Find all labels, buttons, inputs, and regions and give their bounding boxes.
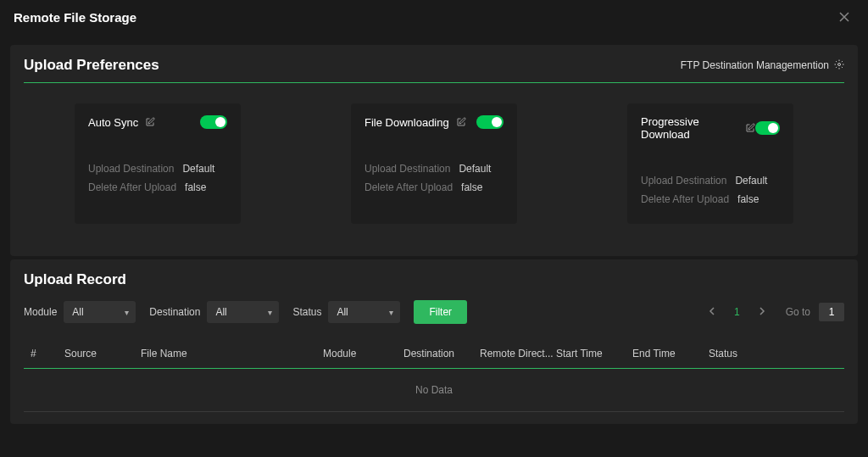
upload-destination-value: Default [735, 175, 767, 187]
record-title: Upload Record [24, 271, 844, 288]
edit-icon[interactable] [456, 117, 466, 127]
chevron-down-icon: ▾ [389, 308, 393, 317]
next-page-icon[interactable] [754, 306, 771, 318]
card-row: Upload Destination Default [641, 175, 780, 187]
card-row: Upload Destination Default [364, 163, 504, 175]
col-source: Source [64, 348, 141, 359]
card-row: Delete After Upload false [641, 193, 780, 205]
status-label: Status [292, 306, 321, 318]
preferences-title: Upload Preferences [24, 57, 159, 74]
delete-after-upload-label: Delete After Upload [364, 181, 453, 193]
toggle-switch[interactable] [476, 115, 504, 129]
col-module: Module [323, 348, 403, 359]
upload-destination-value: Default [459, 163, 491, 175]
page-number[interactable]: 1 [729, 306, 745, 318]
card-header: Auto Sync [88, 115, 227, 129]
col-num: # [31, 348, 64, 359]
upload-destination-label: Upload Destination [88, 163, 174, 175]
card-row: Delete After Upload false [364, 181, 504, 193]
card-title-wrap: Auto Sync [88, 116, 155, 129]
card-title: File Downloading [364, 116, 449, 129]
status-select[interactable]: All ▾ [328, 301, 400, 323]
delete-after-upload-value: false [737, 193, 759, 205]
link-text: FTP Destination Managemention [681, 59, 829, 71]
svg-point-0 [838, 63, 841, 65]
card-auto-sync: Auto Sync Upload Destination Default Del… [75, 103, 241, 224]
col-status: Status [709, 348, 776, 359]
close-icon[interactable] [834, 7, 854, 28]
delete-after-upload-label: Delete After Upload [641, 193, 729, 205]
card-title: Progressive Download [641, 115, 738, 141]
card-header: File Downloading [364, 115, 504, 129]
col-file-name: File Name [141, 348, 323, 359]
card-title: Auto Sync [88, 116, 138, 129]
record-table: # Source File Name Module Destination Re… [24, 339, 844, 412]
upload-destination-label: Upload Destination [364, 163, 450, 175]
card-row: Delete After Upload false [88, 181, 227, 193]
upload-destination-value: Default [182, 163, 214, 175]
card-title-wrap: File Downloading [364, 116, 466, 129]
card-header: Progressive Download [641, 115, 780, 141]
prev-page-icon[interactable] [704, 306, 721, 318]
card-title-wrap: Progressive Download [641, 115, 755, 141]
filter-button[interactable]: Filter [414, 300, 467, 324]
upload-record-panel: Upload Record Module All ▾ Destination A… [10, 259, 858, 424]
toggle-switch[interactable] [755, 121, 780, 135]
card-progressive-download: Progressive Download Upload Destination … [627, 103, 793, 224]
chevron-down-icon: ▾ [268, 308, 272, 317]
destination-select[interactable]: All ▾ [207, 301, 279, 323]
no-data-message: No Data [24, 369, 844, 412]
toggle-switch[interactable] [200, 115, 227, 129]
chevron-down-icon: ▾ [125, 308, 129, 317]
panel-header: Upload Preferences FTP Destination Manag… [24, 57, 844, 83]
window-header: Remote File Storage [0, 0, 868, 35]
filter-row: Module All ▾ Destination All ▾ Status Al… [24, 300, 844, 324]
col-remote-directory: Remote Direct... [480, 348, 556, 359]
select-value: All [215, 306, 226, 318]
select-value: All [337, 306, 348, 318]
edit-icon[interactable] [145, 117, 155, 127]
ftp-destination-link[interactable]: FTP Destination Managemention [681, 59, 844, 72]
gear-icon [834, 59, 844, 72]
upload-preferences-panel: Upload Preferences FTP Destination Manag… [10, 45, 858, 256]
destination-label: Destination [149, 306, 200, 318]
module-select[interactable]: All ▾ [64, 301, 136, 323]
col-destination: Destination [403, 348, 480, 359]
delete-after-upload-value: false [185, 181, 206, 193]
window-title: Remote File Storage [14, 10, 136, 25]
table-header: # Source File Name Module Destination Re… [24, 339, 844, 369]
card-file-downloading: File Downloading Upload Destination Defa… [351, 103, 517, 224]
col-start-time: Start Time [556, 348, 632, 359]
delete-after-upload-label: Delete After Upload [88, 181, 176, 193]
edit-icon[interactable] [745, 123, 755, 133]
module-label: Module [24, 306, 57, 318]
col-end-time: End Time [632, 348, 709, 359]
card-row: Upload Destination Default [88, 163, 227, 175]
select-value: All [72, 306, 83, 318]
delete-after-upload-value: false [461, 181, 482, 193]
cards-row: Auto Sync Upload Destination Default Del… [24, 103, 844, 244]
upload-destination-label: Upload Destination [641, 175, 726, 187]
goto-label: Go to [786, 306, 810, 318]
goto-input[interactable] [819, 303, 844, 321]
pagination: 1 Go to [704, 303, 844, 321]
